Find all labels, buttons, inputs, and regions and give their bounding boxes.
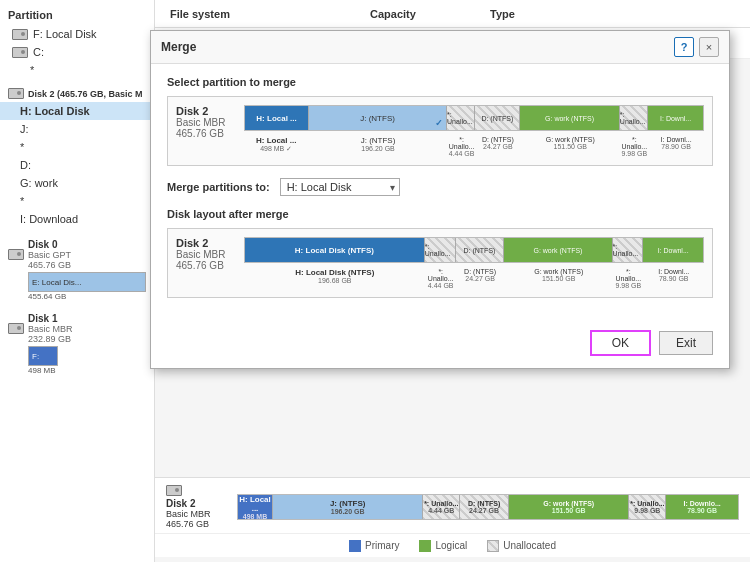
disk-type: Basic MBR: [176, 117, 236, 128]
help-button[interactable]: ?: [674, 37, 694, 57]
sidebar-item-label: C:: [33, 46, 44, 58]
legend-unallocated-box: [487, 540, 499, 552]
disk2-icon: [8, 88, 24, 99]
disk-size: 465.76 GB: [176, 128, 236, 139]
disk1-icon: [8, 323, 24, 334]
sidebar-item-i[interactable]: I: Download: [0, 210, 154, 228]
part-before-unallo1[interactable]: *: Unallo...: [447, 106, 475, 130]
bg-part-g: G: work (NTFS) 151.50 GB: [509, 495, 629, 519]
left-panel: Partition F: Local Disk C: * Disk 2 (465…: [0, 0, 155, 562]
part-after-unallo1: *: Unallo...: [425, 238, 456, 262]
disk1-header: Disk 1 Basic MBR 232.89 GB: [8, 313, 146, 344]
disk-after-container: Disk 2 Basic MBR 465.76 GB H: Local Disk…: [167, 228, 713, 298]
merge-dialog: Merge ? × Select partition to merge Disk…: [150, 30, 730, 369]
disk0-type: Basic GPT: [28, 250, 71, 260]
top-bar: File system Capacity Type: [155, 0, 750, 28]
part-before-j[interactable]: J: (NTFS) ✓: [309, 106, 447, 130]
sidebar-item-f[interactable]: F: Local Disk: [0, 25, 154, 43]
disk2-bg-icon: [166, 485, 182, 496]
part-before-i[interactable]: I: Downl...: [648, 106, 703, 130]
ok-button[interactable]: OK: [590, 330, 651, 356]
section2-label: Disk layout after merge: [167, 208, 713, 220]
label-h: H: Local ... 498 MB ✓: [244, 136, 308, 157]
part-before-g[interactable]: G: work (NTFS): [520, 106, 620, 130]
disk1-section: Disk 1 Basic MBR 232.89 GB F: 498 MB: [0, 310, 154, 378]
merge-to-select[interactable]: H: Local Disk J: (NTFS) D: (NTFS): [280, 178, 400, 196]
disk-name: Disk 2: [176, 105, 236, 117]
after-label-h: H: Local Disk (NTFS) 196.68 GB: [244, 268, 426, 289]
part-after-d: D: (NTFS): [456, 238, 505, 262]
label-d: D: (NTFS) 24.27 GB: [476, 136, 521, 157]
bg-part-j: J: (NTFS) 196.20 GB: [273, 495, 423, 519]
disk0-size: 465.76 GB: [28, 260, 71, 270]
part-after-i: I: Downl...: [643, 238, 703, 262]
sidebar-item-label: G: work: [20, 177, 58, 189]
bg-part-h: H: Local ... 498 MB: [238, 495, 273, 519]
disk-icon: [12, 47, 28, 58]
disk1-name: Disk 1: [28, 313, 73, 324]
legend-bar: Primary Logical Unallocated: [155, 533, 750, 557]
merge-to-select-wrapper[interactable]: H: Local Disk J: (NTFS) D: (NTFS): [280, 178, 400, 196]
sidebar-item-label: D:: [20, 159, 31, 171]
sidebar-item-d[interactable]: D:: [0, 156, 154, 174]
legend-unallocated-label: Unallocated: [503, 540, 556, 551]
label-g: G: work (NTFS) 151.50 GB: [520, 136, 620, 157]
part-after-h: H: Local Disk (NTFS): [245, 238, 425, 262]
sidebar-item-j[interactable]: J:: [0, 120, 154, 138]
disk0-part-size: 455.64 GB: [28, 292, 146, 301]
partition-bar-before: H: Local ... J: (NTFS) ✓ *: Unallo... D:…: [244, 105, 704, 131]
close-button[interactable]: ×: [699, 37, 719, 57]
disk0-icon: [8, 249, 24, 260]
part-after-unallo2: *: Unallo...: [613, 238, 644, 262]
disk0-name: Disk 0: [28, 239, 71, 250]
sidebar-item-star2[interactable]: *: [0, 138, 154, 156]
section1-label: Select partition to merge: [167, 76, 713, 88]
col-type: Type: [475, 8, 750, 20]
bg-part-d: D: (NTFS) 24.27 GB: [460, 495, 509, 519]
bg-part-unallo2: *: Unallo... 9.98 GB: [629, 495, 666, 519]
sidebar-item-label: J:: [20, 123, 29, 135]
sidebar-item-c[interactable]: C:: [0, 43, 154, 61]
merge-to-row: Merge partitions to: H: Local Disk J: (N…: [167, 178, 713, 196]
disk0-part-label: E: Local Dis...: [32, 278, 81, 287]
label-i: I: Downl... 78.90 GB: [648, 136, 704, 157]
dialog-title: Merge: [161, 40, 196, 54]
partition-labels-before: H: Local ... 498 MB ✓ J: (NTFS) 196.20 G…: [244, 136, 704, 157]
label-unallo2: *: Unallo... 9.98 GB: [620, 136, 648, 157]
exit-button[interactable]: Exit: [659, 331, 713, 355]
disk1-bar-area: F: 498 MB: [28, 346, 146, 375]
after-label-i: I: Downl... 78.90 GB: [643, 268, 704, 289]
legend-logical-label: Logical: [435, 540, 467, 551]
part-after-g: G: work (NTFS): [504, 238, 612, 262]
sidebar-item-star3[interactable]: *: [0, 192, 154, 210]
after-label-g: G: work (NTFS) 151.50 GB: [504, 268, 613, 289]
part-before-h[interactable]: H: Local ...: [245, 106, 309, 130]
part-before-unallo2[interactable]: *: Unallo...: [620, 106, 648, 130]
partition-labels-after: H: Local Disk (NTFS) 196.68 GB *: Unallo…: [244, 268, 704, 289]
disk2-label: Disk 2 (465.76 GB, Basic M: [0, 85, 154, 102]
disk-after-info: Disk 2 Basic MBR 465.76 GB: [176, 237, 236, 271]
dialog-body: Select partition to merge Disk 2 Basic M…: [151, 64, 729, 322]
partition-bar-after: H: Local Disk (NTFS) *: Unallo... D: (NT…: [244, 237, 704, 263]
sidebar-item-h[interactable]: H: Local Disk: [0, 102, 154, 120]
legend-primary-label: Primary: [365, 540, 399, 551]
label-unallo1: *: Unallo... 4.44 GB: [448, 136, 476, 157]
disk2-bg-row: Disk 2 Basic MBR 465.76 GB H: Local ... …: [161, 482, 744, 532]
disk0-bar: E: Local Dis...: [28, 272, 146, 292]
bg-part-i: I: Downlo... 78.90 GB: [666, 495, 738, 519]
bottom-disk2-area: Disk 2 Basic MBR 465.76 GB H: Local ... …: [155, 477, 750, 536]
col-filesystem: File system: [155, 8, 355, 20]
after-label-unallo2: *: Unallo... 9.98 GB: [613, 268, 643, 289]
disk1-bar: F:: [28, 346, 58, 366]
disk-before-info: Disk 2 Basic MBR 465.76 GB: [176, 105, 236, 139]
sidebar-item-g[interactable]: G: work: [0, 174, 154, 192]
sidebar-item-label: H: Local Disk: [20, 105, 90, 117]
disk1-size: 232.89 GB: [28, 334, 73, 344]
sidebar-item-star1[interactable]: *: [0, 61, 154, 79]
sidebar-item-label: *: [20, 141, 24, 153]
part-before-d[interactable]: D: (NTFS): [475, 106, 520, 130]
after-label-unallo1: *: Unallo... 4.44 GB: [426, 268, 456, 289]
bg-part-unallo1: *: Unallo... 4.44 GB: [423, 495, 460, 519]
disk2-bg-bar: H: Local ... 498 MB J: (NTFS) 196.20 GB …: [237, 494, 739, 520]
legend-unallocated: Unallocated: [487, 540, 556, 552]
